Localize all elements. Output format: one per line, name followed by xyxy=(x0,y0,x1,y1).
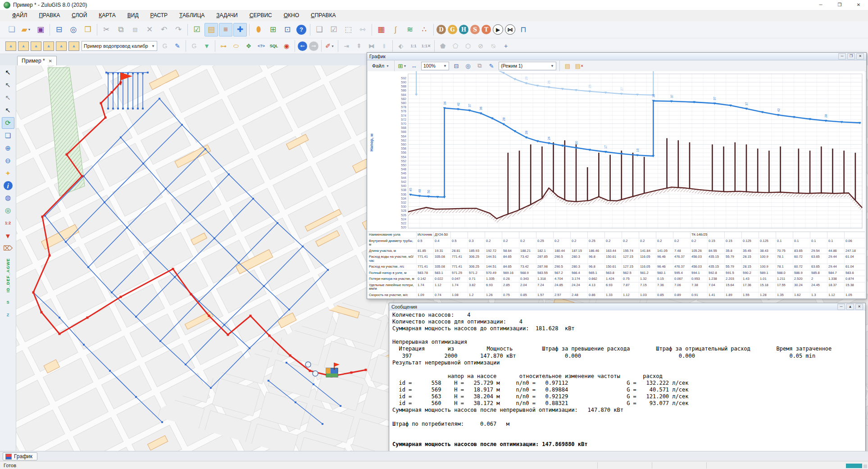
new-table-button[interactable]: ⊞ xyxy=(266,23,280,36)
messages-log[interactable]: Количество насосов: 4Количество насосов … xyxy=(390,310,865,456)
menu-правка[interactable]: ПРАВКА xyxy=(33,10,66,21)
fit-extent-button[interactable]: ❏ xyxy=(2,130,14,141)
digitize-button[interactable]: ∫ xyxy=(389,23,402,36)
save-button[interactable]: ▣ xyxy=(34,23,47,36)
valves-button[interactable]: ⋈ xyxy=(505,24,515,35)
profile-table[interactable]: Наименование узлаИсточник 1ДУ24-50ТК-14Б… xyxy=(368,232,865,298)
label-tool-button[interactable]: ⬖ xyxy=(395,40,407,52)
tab-primer[interactable]: Пример * ✕ xyxy=(17,56,57,65)
graph-minimize-button[interactable]: ─ xyxy=(838,53,846,59)
edit-database-button[interactable]: ⬮ xyxy=(252,23,265,36)
flag-s-button[interactable]: S xyxy=(470,25,480,34)
graph-mode-select[interactable]: (Режим 1)▼ xyxy=(499,62,556,70)
graph-print-button[interactable]: ⊟ xyxy=(451,61,462,71)
flag-h-button[interactable]: H xyxy=(459,25,468,34)
zoom-in-button[interactable]: ⊕ xyxy=(2,142,14,154)
filter-down-button[interactable]: ▼ xyxy=(2,230,14,241)
undo-button[interactable]: ↶ xyxy=(157,23,171,36)
graph-table-save-button[interactable]: ▤ xyxy=(562,61,573,71)
graph-file-menu[interactable]: Файл▼ xyxy=(369,61,392,71)
marker-pen-button[interactable]: ✐▼ xyxy=(324,40,336,52)
layer-s1-button[interactable]: S xyxy=(2,296,14,308)
graph-annotate-button[interactable]: ✎ xyxy=(486,61,497,71)
copy-button[interactable]: ⧉ xyxy=(114,23,127,36)
new-file-button[interactable]: ❏ xyxy=(5,23,18,36)
graph-fit-width-button[interactable]: ↔ xyxy=(409,61,419,71)
net-blocks-button[interactable]: ▦ xyxy=(374,23,388,36)
map-select[interactable]: Пример водопровод калибр▼ xyxy=(82,41,157,51)
flag-g-button[interactable]: G xyxy=(448,25,457,34)
cut-button[interactable]: ✂ xyxy=(100,23,113,36)
scale-1-2-button[interactable]: 1:2 xyxy=(2,217,14,229)
paste-button[interactable]: ⧈ xyxy=(128,23,142,36)
graph-close-button[interactable]: ✕ xyxy=(856,53,864,59)
refresh-button[interactable]: ⟳ xyxy=(2,117,14,129)
delete-button[interactable]: ✕ xyxy=(143,23,156,36)
menu-таблица[interactable]: ТАБЛИЦА xyxy=(173,10,210,21)
graph-copy-button[interactable]: ⧉ xyxy=(474,61,485,71)
map-view-1-button[interactable]: ▲ xyxy=(31,41,41,51)
layers-folder-button[interactable]: ▤ xyxy=(205,23,218,36)
messages-window-titlebar[interactable]: Сообщения ─ ▲ ✕ xyxy=(389,303,865,311)
sql-query-button[interactable]: SQL xyxy=(268,40,280,52)
map-select-dropdown-icon[interactable]: ▼ xyxy=(149,44,155,48)
flag-t-button[interactable]: T xyxy=(482,25,491,34)
map-view-2-button[interactable]: ▲ xyxy=(43,41,54,51)
select-region-button[interactable]: ⬚ xyxy=(341,23,355,36)
menu-сервис[interactable]: СЕРВИС xyxy=(244,10,278,21)
report-button[interactable]: ❑ xyxy=(313,23,326,36)
pan-hand-button[interactable]: ✦ xyxy=(2,168,14,179)
info-button[interactable]: i xyxy=(4,181,13,190)
print-button[interactable]: ⊟ xyxy=(52,23,66,36)
net-analysis-button[interactable]: ∴ xyxy=(418,23,431,36)
scale-1-1-button[interactable]: 1:1 xyxy=(408,40,419,52)
copy-object-button[interactable]: ⇥ xyxy=(341,40,352,52)
layers-list-button[interactable]: ≡ xyxy=(219,23,232,36)
select-button[interactable]: ↖ xyxy=(2,67,14,78)
menu-файл[interactable]: ФАЙЛ xyxy=(6,10,33,21)
split-view-button[interactable]: ⇿ xyxy=(356,23,369,36)
print-preview-button[interactable]: ◎ xyxy=(67,23,80,36)
filter-button[interactable]: ▼ xyxy=(201,40,213,52)
select-line-button[interactable]: ↖ xyxy=(2,92,14,104)
add-layer-button[interactable]: ✚ xyxy=(233,23,247,36)
maximize-button[interactable]: ❐ xyxy=(830,0,849,10)
messages-minimize-button[interactable]: ─ xyxy=(837,304,845,310)
zoom-out-button[interactable]: ⊖ xyxy=(2,155,14,167)
geo-search-button[interactable]: ◉ xyxy=(281,40,292,52)
edit-style-button[interactable]: ✎ xyxy=(172,40,183,52)
scale-1-1-off-button[interactable]: 1:1✕ xyxy=(420,40,432,52)
graph-preview-button[interactable]: ◎ xyxy=(463,61,473,71)
map-settings-button[interactable]: ▲ xyxy=(18,41,29,51)
redo-button[interactable]: ↷ xyxy=(172,23,185,36)
add-node-button[interactable]: + xyxy=(500,40,512,52)
piezo-graph-button[interactable]: ⊓ xyxy=(517,23,530,36)
globe-north-button[interactable]: ◍ xyxy=(2,192,14,204)
map-view-3-button[interactable]: ▲ xyxy=(56,41,67,51)
help-button[interactable]: ? xyxy=(296,25,306,35)
database-button[interactable]: ⬭ xyxy=(230,40,242,52)
nav-forward-button[interactable]: → xyxy=(309,41,318,51)
move-object-button[interactable]: ⇞ xyxy=(353,40,365,52)
menu-окно[interactable]: ОКНО xyxy=(278,10,305,21)
layers-check-button[interactable]: ☑ xyxy=(190,23,204,36)
erase-button[interactable]: ⌦ xyxy=(2,242,14,254)
keys-button[interactable]: ⊶ xyxy=(218,40,229,52)
flag-d-button[interactable]: D xyxy=(436,25,446,34)
unlink-object-button[interactable]: ⧚ xyxy=(378,40,390,52)
find-in-table-button[interactable]: ⊡ xyxy=(281,23,294,36)
graph-doc-tab[interactable]: График xyxy=(3,452,37,460)
resize-grip[interactable] xyxy=(863,464,867,468)
id-def-layer[interactable]: ID_DEF_AGWE xyxy=(6,258,10,292)
query-code-button[interactable]: <?> xyxy=(255,40,267,52)
stamp-hex-button[interactable]: ⬡ xyxy=(462,40,474,52)
nav-back-button[interactable]: ← xyxy=(298,41,307,51)
goto-g-button[interactable]: G xyxy=(188,40,200,52)
messages-close-button[interactable]: ✕ xyxy=(855,304,863,310)
menu-слой[interactable]: СЛОЙ xyxy=(66,10,93,21)
link-object-button[interactable]: ⧓ xyxy=(366,40,377,52)
stamp-outline-button[interactable]: ⬠ xyxy=(450,40,461,52)
select-node-button[interactable]: ↖ xyxy=(2,79,14,91)
messages-expand-button[interactable]: ▲ xyxy=(846,304,854,310)
menu-задачи[interactable]: ЗАДАЧИ xyxy=(210,10,243,21)
